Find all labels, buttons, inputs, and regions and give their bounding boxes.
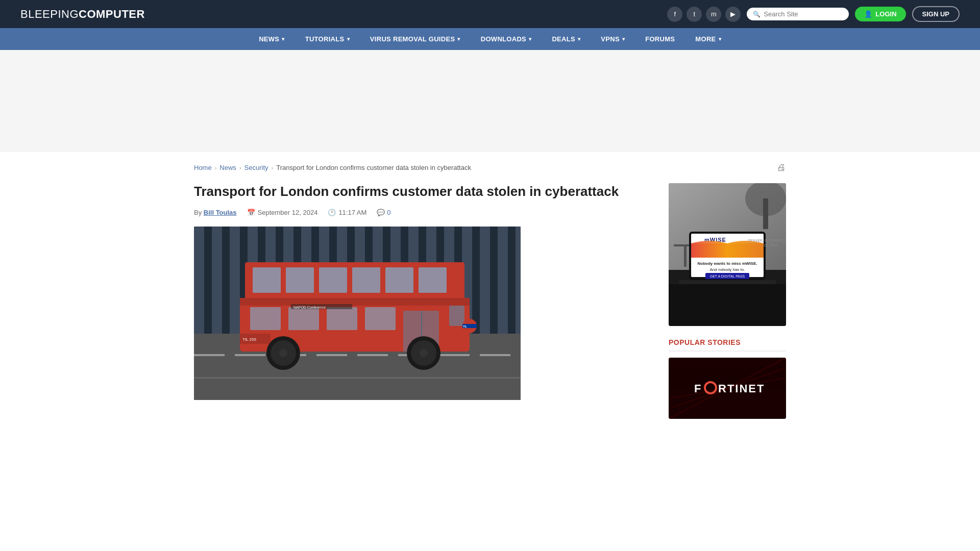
article-meta: By Bill Toulas 📅 September 12, 2024 🕐 11… <box>194 209 653 216</box>
article-title: Transport for London confirms customer d… <box>194 183 653 201</box>
svg-rect-76 <box>669 284 786 326</box>
svg-rect-40 <box>288 307 319 330</box>
svg-rect-64 <box>684 246 687 267</box>
site-logo[interactable]: BLEEPINGCOMPUTER <box>20 8 145 21</box>
main-container: Home › News › Security › Transport for L… <box>184 152 796 429</box>
ad-banner <box>0 50 980 152</box>
svg-rect-22 <box>194 354 225 356</box>
svg-text:And nobody has to.: And nobody has to. <box>710 267 745 272</box>
article-image: TfL 255 NAPOD Conference TfL <box>194 227 521 400</box>
svg-rect-36 <box>352 267 380 293</box>
breadcrumb-links: Home › News › Security › Transport for L… <box>194 164 471 171</box>
svg-text:GET A DIGITAL PASS: GET A DIGITAL PASS <box>710 274 745 278</box>
sidebar-ad: mWISE DENVER, COLORADO SEPT 16-19, 2024 <box>669 183 786 326</box>
svg-rect-19 <box>508 227 516 334</box>
svg-rect-45 <box>449 306 464 326</box>
nav-virus-removal[interactable]: VIRUS REMOVAL GUIDES ▾ <box>360 28 471 50</box>
svg-rect-25 <box>316 354 347 356</box>
svg-text:Nobody wants to miss mWISE.: Nobody wants to miss mWISE. <box>698 261 757 266</box>
svg-text:NAPOD Conference: NAPOD Conference <box>293 306 326 309</box>
comments-badge[interactable]: 💬 0 <box>377 209 390 216</box>
bus-illustration: TfL 255 NAPOD Conference TfL <box>194 227 521 400</box>
youtube-icon[interactable]: ▶ <box>725 7 741 22</box>
nav-tutorials[interactable]: TUTORIALS ▾ <box>295 28 360 50</box>
popular-stories: POPULAR STORIES F RTINET <box>669 338 786 419</box>
svg-rect-33 <box>253 267 281 293</box>
breadcrumb-news[interactable]: News <box>219 164 236 171</box>
svg-rect-37 <box>385 267 413 293</box>
svg-text:TfL 255: TfL 255 <box>242 337 256 342</box>
svg-rect-38 <box>419 267 447 293</box>
breadcrumb: Home › News › Security › Transport for L… <box>194 162 786 173</box>
facebook-icon[interactable]: f <box>667 7 682 22</box>
svg-point-52 <box>279 349 287 357</box>
header-right: f t m ▶ 🔍 👤 LOGIN SIGN UP <box>667 6 960 22</box>
svg-rect-35 <box>319 267 347 293</box>
svg-rect-23 <box>235 354 265 356</box>
signup-button[interactable]: SIGN UP <box>912 6 960 22</box>
chevron-down-icon: ▾ <box>578 36 580 42</box>
social-icons: f t m ▶ <box>667 7 741 22</box>
article-main: Transport for London confirms customer d… <box>194 183 653 419</box>
breadcrumb-security[interactable]: Security <box>244 164 268 171</box>
svg-point-55 <box>420 349 428 357</box>
svg-rect-75 <box>679 280 776 284</box>
svg-rect-29 <box>480 354 510 356</box>
article-date: 📅 September 12, 2024 <box>247 209 318 216</box>
svg-rect-3 <box>222 227 230 334</box>
content-layout: Transport for London confirms customer d… <box>194 183 786 419</box>
article-time-text: 11:17 AM <box>338 209 366 216</box>
search-input[interactable] <box>764 10 843 18</box>
svg-rect-39 <box>250 307 281 330</box>
chevron-down-icon: ▾ <box>457 36 460 42</box>
svg-rect-41 <box>327 307 357 330</box>
calendar-icon: 📅 <box>247 209 255 216</box>
author-link[interactable]: Bill Toulas <box>204 209 237 216</box>
clock-icon: 🕐 <box>328 209 336 216</box>
nav-news[interactable]: NEWS ▾ <box>249 28 295 50</box>
chevron-down-icon: ▾ <box>282 36 284 42</box>
svg-rect-32 <box>240 298 470 306</box>
svg-rect-28 <box>439 354 470 356</box>
mastodon-icon[interactable]: m <box>706 7 721 22</box>
article-date-text: September 12, 2024 <box>258 209 318 216</box>
login-button[interactable]: 👤 LOGIN <box>855 7 905 21</box>
breadcrumb-current: Transport for London confirms customer d… <box>276 164 471 171</box>
nav-vpns[interactable]: VPNS ▾ <box>591 28 635 50</box>
svg-rect-2 <box>204 227 212 334</box>
sidebar-ad-graphic: mWISE DENVER, COLORADO SEPT 16-19, 2024 <box>669 183 786 326</box>
breadcrumb-sep-2: › <box>239 165 241 171</box>
nav-more[interactable]: MORE ▾ <box>685 28 731 50</box>
svg-rect-26 <box>357 354 388 356</box>
svg-text:TfL: TfL <box>463 325 467 328</box>
comment-icon: 💬 <box>377 209 385 216</box>
sidebar: mWISE DENVER, COLORADO SEPT 16-19, 2024 <box>669 183 786 419</box>
svg-text:RTINET: RTINET <box>718 382 765 395</box>
breadcrumb-sep-3: › <box>272 165 274 171</box>
print-icon[interactable]: 🖨 <box>777 162 786 173</box>
chevron-down-icon: ▾ <box>347 36 350 42</box>
story-thumbnail-1[interactable]: F RTINET <box>669 358 786 419</box>
nav-downloads[interactable]: DOWNLOADS ▾ <box>471 28 542 50</box>
main-nav: NEWS ▾ TUTORIALS ▾ VIRUS REMOVAL GUIDES … <box>0 28 980 50</box>
comments-count: 0 <box>387 209 390 216</box>
chevron-down-icon: ▾ <box>719 36 721 42</box>
chevron-down-icon: ▾ <box>622 36 625 42</box>
svg-rect-62 <box>763 198 768 229</box>
svg-rect-34 <box>286 267 314 293</box>
site-header: BLEEPINGCOMPUTER f t m ▶ 🔍 👤 LOGIN SIGN … <box>0 0 980 28</box>
logo-light-text: BLEEPING <box>20 8 79 20</box>
user-icon: 👤 <box>864 10 872 18</box>
popular-stories-title: POPULAR STORIES <box>669 338 786 352</box>
nav-deals[interactable]: DEALS ▾ <box>542 28 591 50</box>
article-author-label: By Bill Toulas <box>194 209 237 216</box>
twitter-icon[interactable]: t <box>687 7 702 22</box>
chevron-down-icon: ▾ <box>529 36 531 42</box>
svg-rect-21 <box>194 377 521 379</box>
fortinet-thumbnail: F RTINET <box>669 358 786 419</box>
article-time: 🕐 11:17 AM <box>328 209 366 216</box>
nav-forums[interactable]: FORUMS <box>635 28 685 50</box>
logo-bold-text: COMPUTER <box>79 8 145 20</box>
search-icon: 🔍 <box>753 11 761 18</box>
breadcrumb-home[interactable]: Home <box>194 164 212 171</box>
